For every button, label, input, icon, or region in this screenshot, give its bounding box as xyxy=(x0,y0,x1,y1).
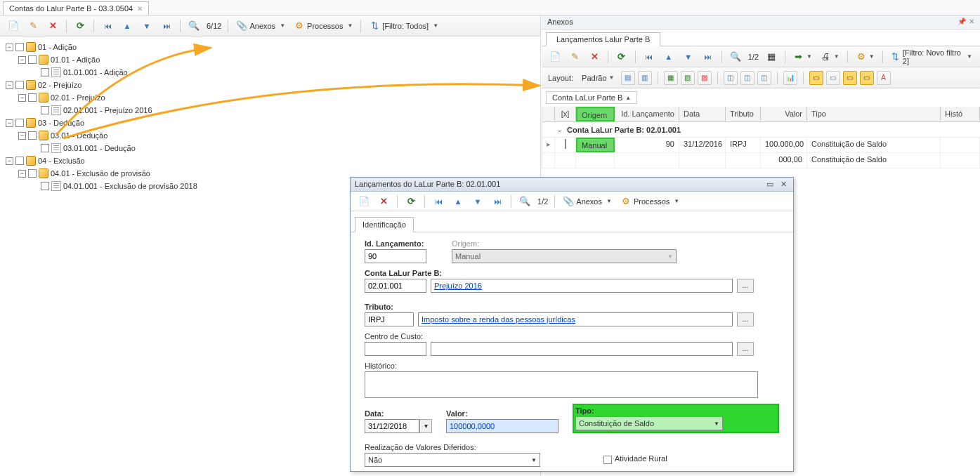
col-tributo[interactable]: Tributo xyxy=(726,107,761,121)
col-data[interactable]: Data xyxy=(679,107,726,121)
tree-checkbox[interactable] xyxy=(15,43,24,51)
layout-select[interactable]: Padrão▼ xyxy=(578,72,618,84)
tree-checkbox[interactable] xyxy=(28,169,37,178)
find-button[interactable]: 🔍 xyxy=(516,194,534,209)
conta-desc-input[interactable] xyxy=(431,279,733,293)
tree-node[interactable]: −01.01 - Adição xyxy=(18,53,537,66)
col-origem[interactable]: Origem xyxy=(576,107,615,121)
tree-node[interactable]: −02.01 - Prejuízo xyxy=(18,91,537,104)
find-button[interactable]: 🔍 xyxy=(726,49,745,65)
tree-node[interactable]: −02 - Prejuízo xyxy=(6,79,537,91)
find-button[interactable]: 🔍 xyxy=(185,18,203,34)
layout-btn-4[interactable]: ▧ xyxy=(681,71,695,85)
data-input[interactable] xyxy=(365,419,419,433)
refresh-button[interactable]: ⟳ xyxy=(613,49,631,65)
new-button[interactable]: 📄 xyxy=(546,49,564,65)
nav-last-button[interactable]: ⏭ xyxy=(488,194,507,209)
anexos-dropdown[interactable]: 📎Anexos▼ xyxy=(559,194,615,209)
chart-btn[interactable]: 📊 xyxy=(783,71,797,85)
nav-first-button[interactable]: ⏮ xyxy=(640,49,658,65)
nav-last-button[interactable]: ⏭ xyxy=(157,18,176,34)
maximize-icon[interactable]: ▭ xyxy=(764,180,776,189)
nav-last-button[interactable]: ⏭ xyxy=(699,49,717,65)
close-panel-icon[interactable]: ✕ xyxy=(969,18,974,27)
font-btn[interactable]: A xyxy=(877,71,891,85)
group-by-box[interactable]: Conta LaLur Parte B ▲ xyxy=(546,91,637,104)
refresh-button[interactable]: ⟳ xyxy=(402,194,420,209)
nav-prev-button[interactable]: ▲ xyxy=(660,49,678,65)
atividade-rural-checkbox[interactable]: Atividade Rural xyxy=(603,454,667,463)
tree-node[interactable]: 03.01.001 - Dedução xyxy=(31,142,537,154)
col-idlanc[interactable]: Id. Lançamento xyxy=(615,107,679,121)
browse-button[interactable]: ... xyxy=(737,312,754,326)
tree-checkbox[interactable] xyxy=(41,144,49,152)
layout-btn-3[interactable]: ▦ xyxy=(664,71,678,85)
delete-button[interactable]: ✕ xyxy=(374,194,393,209)
subtab-lancamentos[interactable]: Lançamentos Lalur Parte B xyxy=(546,32,660,46)
tree-checkbox[interactable] xyxy=(41,68,49,77)
nav-prev-button[interactable]: ▲ xyxy=(118,18,136,34)
document-tab[interactable]: Contas do Lalur Parte B - 03.3.0504 ✕ xyxy=(3,1,149,15)
refresh-button[interactable]: ⟳ xyxy=(71,18,89,34)
filter-dropdown[interactable]: ⇅ [Filtro: Novo filtro 2] ▼ xyxy=(887,46,976,67)
filter-dropdown[interactable]: ⇅ [Filtro: Todos] ▼ xyxy=(365,18,442,34)
nav-first-button[interactable]: ⏮ xyxy=(98,18,117,34)
tributo-desc-input[interactable] xyxy=(418,312,733,326)
nav-next-button[interactable]: ▼ xyxy=(469,194,487,209)
col-hist[interactable]: Histó xyxy=(941,107,980,121)
tree-checkbox[interactable] xyxy=(41,182,49,190)
tributo-code-input[interactable] xyxy=(365,312,414,326)
calendar-button[interactable]: ▾ xyxy=(419,419,432,433)
browse-button[interactable]: ... xyxy=(737,342,754,356)
layout-btn-5[interactable]: ▨ xyxy=(698,71,712,85)
realiz-select[interactable]: Não▼ xyxy=(365,453,540,467)
tree-checkbox[interactable] xyxy=(15,119,24,127)
tree-checkbox[interactable] xyxy=(28,55,37,64)
new-button[interactable]: 📄 xyxy=(355,194,373,209)
view-btn-4[interactable]: ▭ xyxy=(860,71,874,85)
id-lanc-input[interactable] xyxy=(365,249,426,263)
tab-identificacao[interactable]: Identificação xyxy=(355,217,414,232)
tree-checkbox[interactable] xyxy=(15,81,24,89)
centro-desc-input[interactable] xyxy=(431,342,733,356)
view-btn-3[interactable]: ▭ xyxy=(843,71,857,85)
new-button[interactable]: 📄 xyxy=(4,18,22,34)
dialog-title-bar[interactable]: Lançamentos do LaLur Parte B: 02.01.001 … xyxy=(351,178,793,192)
col-x[interactable]: [x] xyxy=(555,107,576,121)
tree-node[interactable]: −04 - Exclusão xyxy=(6,154,537,167)
nav-prev-button[interactable]: ▲ xyxy=(449,194,467,209)
process-dropdown[interactable]: ⚙▼ xyxy=(852,49,878,65)
nav-next-button[interactable]: ▼ xyxy=(138,18,156,34)
tree-checkbox[interactable] xyxy=(28,131,37,140)
delete-button[interactable]: ✕ xyxy=(44,18,62,34)
browse-button[interactable]: ... xyxy=(737,279,754,293)
view-btn-2[interactable]: ▭ xyxy=(826,71,840,85)
grid-row[interactable]: ▸ Manual 90 31/12/2016 IRPJ 100.000,00 C… xyxy=(542,138,980,153)
view-btn-1[interactable]: ▭ xyxy=(809,71,823,85)
tree-checkbox[interactable] xyxy=(15,157,24,165)
tipo-select[interactable]: Constituição de Saldo▼ xyxy=(575,416,723,430)
tree-node[interactable]: 01.01.001 - Adição xyxy=(31,66,537,79)
close-icon[interactable]: ✕ xyxy=(778,180,789,189)
grid-group-row[interactable]: ⌄ Conta LaLur Parte B: 02.01.001 xyxy=(542,122,980,138)
layout-btn-8[interactable]: ◫ xyxy=(757,71,771,85)
row-checkbox[interactable] xyxy=(565,139,566,149)
grid-options-button[interactable]: ▦ xyxy=(762,49,780,65)
edit-button[interactable]: ✎ xyxy=(566,49,584,65)
pin-icon[interactable]: 📌 xyxy=(958,18,966,27)
conta-code-input[interactable] xyxy=(365,279,426,293)
col-valor[interactable]: Valor xyxy=(761,107,807,121)
layout-btn-6[interactable]: ◫ xyxy=(724,71,738,85)
layout-btn-1[interactable]: ▤ xyxy=(621,71,635,85)
edit-button[interactable]: ✎ xyxy=(24,18,42,34)
processos-dropdown[interactable]: ⚙ Processos ▼ xyxy=(290,18,356,34)
tree-node[interactable]: −03 - Dedução xyxy=(6,117,537,129)
anexos-dropdown[interactable]: 📎 Anexos ▼ xyxy=(233,18,289,34)
centro-code-input[interactable] xyxy=(365,342,426,356)
historico-textarea[interactable] xyxy=(365,371,758,398)
processos-dropdown[interactable]: ⚙Processos▼ xyxy=(617,194,683,209)
valor-input[interactable] xyxy=(446,419,558,433)
delete-button[interactable]: ✕ xyxy=(585,49,603,65)
close-tab-icon[interactable]: ✕ xyxy=(137,5,143,13)
tree-node[interactable]: 02.01.001 - Prejuízo 2016 xyxy=(31,104,537,117)
